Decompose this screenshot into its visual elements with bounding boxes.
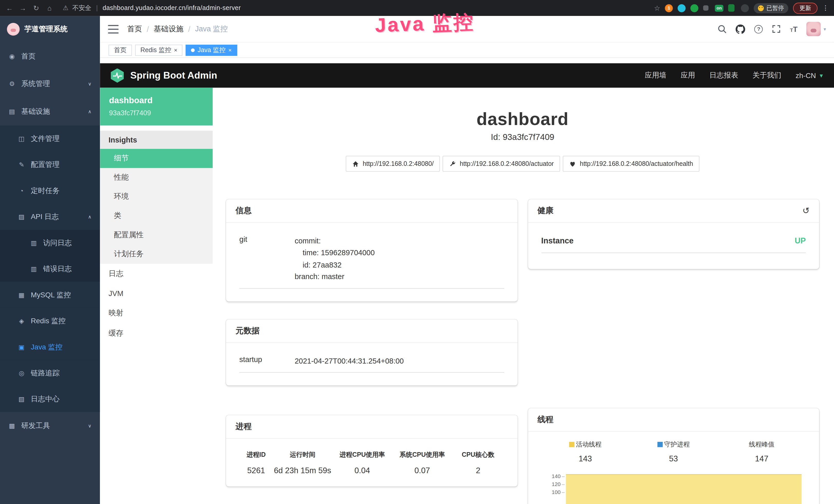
back-icon[interactable]: ← xyxy=(5,4,14,12)
extension-drop-icon[interactable] xyxy=(678,4,686,12)
security-label[interactable]: 不安全 xyxy=(72,3,91,12)
app-logo[interactable]: 芋道管理系统 xyxy=(0,16,100,43)
browser-chrome: ← → ↻ ⌂ ⚠ 不安全 | dashboard.yudao.iocoder.… xyxy=(0,0,834,16)
sba-nav-about[interactable]: 关于我们 xyxy=(752,71,781,80)
extensions-puzzle-icon[interactable] xyxy=(703,5,709,11)
sba-nav: 应用墙 应用 日志报表 关于我们 zh-CN ▼ xyxy=(645,71,824,80)
process-table: 进程ID 运行时间 进程CPU使用率 系统CPU使用率 CPU核心数 xyxy=(239,445,504,481)
fullscreen-icon[interactable] xyxy=(772,24,781,33)
sidebar-item-scheduled-tasks[interactable]: ◔ 定时任务 xyxy=(0,178,100,204)
sba-item-details[interactable]: 细节 xyxy=(100,149,213,168)
sidebar-item-access-logs[interactable]: ▥ 访问日志 xyxy=(0,230,100,256)
breadcrumb-separator: / xyxy=(188,25,190,33)
sba-nav-wallboard[interactable]: 应用墙 xyxy=(645,71,666,80)
sidebar-item-mysql-monitor[interactable]: ▦ MySQL 监控 xyxy=(0,282,100,308)
browser-update-button[interactable]: 更新 xyxy=(793,2,817,13)
sba-item-metrics[interactable]: 性能 xyxy=(100,168,213,187)
sidebar-item-home[interactable]: ◉ 首页 xyxy=(0,43,100,70)
close-icon[interactable]: × xyxy=(228,47,232,53)
threads-chart-yaxis: 140– 120– 100– xyxy=(541,472,565,504)
sidebar-item-redis-monitor[interactable]: ◈ Redis 监控 xyxy=(0,308,100,334)
endpoint-health-link[interactable]: http://192.168.0.2:48080/actuator/health xyxy=(563,156,699,172)
chevron-down-icon: ∨ xyxy=(88,423,92,429)
sba-item-environment[interactable]: 环境 xyxy=(100,187,213,206)
avatar xyxy=(807,22,821,36)
extension-leaf-icon[interactable] xyxy=(728,4,734,12)
sidebar-item-config-manage[interactable]: ✎ 配置管理 xyxy=(0,152,100,177)
close-icon[interactable]: × xyxy=(174,47,177,53)
sidebar-item-infrastructure[interactable]: ▤ 基础设施 ∧ xyxy=(0,98,100,125)
threads-legend: 活动线程 143 守护进程 53 xyxy=(541,440,806,463)
extension-on-badge[interactable]: on xyxy=(715,5,724,12)
metadata-card: 元数据 startup 2021-04-27T00:44:31.254+08:0… xyxy=(226,319,517,386)
sidebar-item-api-logs[interactable]: ▨ API 日志 ∧ xyxy=(0,204,100,230)
process-col-value: 2 xyxy=(452,462,504,481)
hamburger-icon[interactable] xyxy=(108,25,118,33)
forward-icon[interactable]: → xyxy=(19,4,27,12)
breadcrumb: 首页 / 基础设施 / Java 监控 xyxy=(127,24,228,33)
reload-icon[interactable]: ↻ xyxy=(32,4,40,12)
logo-avatar-icon xyxy=(7,23,20,36)
extension-icon[interactable]: 1 xyxy=(665,4,673,12)
navbar-actions: ? TT ▾ xyxy=(718,22,826,36)
url-text[interactable]: dashboard.yudao.iocoder.cn/infra/admin-s… xyxy=(103,4,241,12)
tab-redis-monitor[interactable]: Redis 监控 × xyxy=(135,44,183,55)
process-col-value: 6d 23h 15m 59s xyxy=(273,462,332,481)
sba-nav-applications[interactable]: 应用 xyxy=(681,71,695,80)
health-card-title: 健康 xyxy=(537,206,553,216)
tab-java-monitor[interactable]: Java 监控 × xyxy=(186,44,237,55)
sidebar-item-system[interactable]: ⚙ 系统管理 ∨ xyxy=(0,70,100,98)
address-bar[interactable]: ⚠ 不安全 | dashboard.yudao.iocoder.cn/infra… xyxy=(59,3,649,12)
sidebar-item-file-manage[interactable]: ◫ 文件管理 xyxy=(0,125,100,152)
endpoint-root-link[interactable]: http://192.168.0.2:48080/ xyxy=(346,156,440,172)
endpoint-actuator-link[interactable]: http://192.168.0.2:48080/actuator xyxy=(443,156,560,172)
sba-item-scheduled[interactable]: 计划任务 xyxy=(100,245,213,264)
profile-face-icon xyxy=(758,5,764,11)
extension-green-icon[interactable] xyxy=(690,4,698,12)
browser-menu-icon[interactable]: ⋮ xyxy=(822,4,829,12)
metadata-row-startup: startup 2021-04-27T00:44:31.254+08:00 xyxy=(239,347,504,372)
home-icon[interactable]: ⌂ xyxy=(45,4,54,12)
info-key: git xyxy=(239,235,294,282)
history-icon[interactable]: ↺ xyxy=(803,206,810,216)
sba-item-mappings[interactable]: 映射 xyxy=(100,303,213,323)
chevron-up-icon: ∧ xyxy=(88,109,92,115)
sidebar-item-java-monitor[interactable]: ▣ Java 监控 xyxy=(0,334,100,360)
threads-card-title: 线程 xyxy=(528,408,819,432)
health-instance-label: Instance xyxy=(541,236,574,245)
font-size-icon[interactable]: TT xyxy=(790,25,797,33)
legend-live-threads: 活动线程 143 xyxy=(541,440,629,463)
sba-item-logs[interactable]: 日志 xyxy=(100,264,213,284)
threads-card: 线程 活动线程 143 守护进程 xyxy=(528,408,819,504)
locale-select[interactable]: zh-CN ▼ xyxy=(796,72,824,79)
sba-brand[interactable]: Spring Boot Admin xyxy=(110,68,217,83)
sba-item-caches[interactable]: 缓存 xyxy=(100,323,213,344)
help-icon[interactable]: ? xyxy=(754,25,763,33)
breadcrumb-infra[interactable]: 基础设施 xyxy=(154,24,183,33)
config-icon: ✎ xyxy=(18,161,25,168)
search-icon[interactable] xyxy=(718,24,727,33)
sidebar-item-tracing[interactable]: ◎ 链路追踪 xyxy=(0,360,100,386)
threads-chart: 140– 120– 100– xyxy=(541,472,806,504)
page-title: dashboard xyxy=(226,109,819,130)
sba-item-config-props[interactable]: 配置属性 xyxy=(100,225,213,245)
profile-paused-chip[interactable]: 已暂停 xyxy=(753,3,788,13)
extension-dark-icon[interactable] xyxy=(741,4,749,12)
bookmark-star-icon[interactable]: ☆ xyxy=(654,4,660,12)
sba-item-jvm[interactable]: JVM xyxy=(100,284,213,303)
tab-home[interactable]: 首页 xyxy=(108,44,132,55)
legend-daemon-threads: 守护进程 53 xyxy=(629,440,717,463)
sidebar-item-dev-tools[interactable]: ▩ 研发工具 ∨ xyxy=(0,412,100,440)
process-card: 进程 进程ID 运行时间 进程CPU使用率 xyxy=(226,415,517,486)
github-icon[interactable] xyxy=(736,24,745,33)
breadcrumb-home[interactable]: 首页 xyxy=(127,24,142,33)
sidebar-item-error-logs[interactable]: ▥ 错误日志 xyxy=(0,256,100,282)
sba-item-classes[interactable]: 类 xyxy=(100,206,213,225)
legend-peak-threads: 线程峰值 147 xyxy=(718,440,806,463)
process-col-value: 0.07 xyxy=(392,462,452,481)
instance-header[interactable]: dashboard 93a3fc7f7409 xyxy=(100,88,213,125)
sidebar-item-log-center[interactable]: ▧ 日志中心 xyxy=(0,386,100,412)
sba-nav-journal[interactable]: 日志报表 xyxy=(709,71,738,80)
user-menu[interactable]: ▾ xyxy=(807,22,826,36)
process-col-header: 进程ID xyxy=(239,445,273,462)
